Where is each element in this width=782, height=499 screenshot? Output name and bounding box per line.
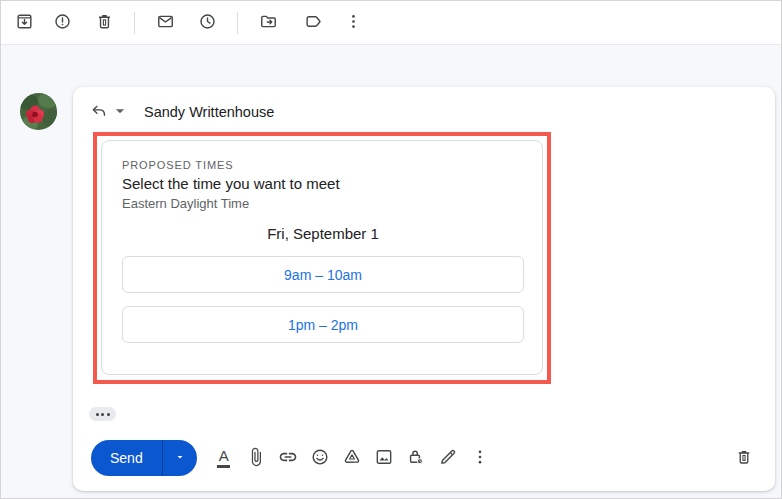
attach-files-icon [246, 447, 266, 470]
insert-signature-button[interactable] [435, 443, 461, 473]
proposed-times-title: Select the time you want to meet [122, 175, 524, 192]
confidential-mode-button[interactable] [403, 443, 429, 473]
snooze-button[interactable] [190, 6, 224, 40]
delete-button[interactable] [87, 6, 121, 40]
confidential-mode-icon [406, 447, 426, 470]
archive-button[interactable] [7, 6, 41, 40]
move-to-button[interactable] [251, 6, 285, 40]
message-toolbar [1, 1, 781, 45]
sender-avatar[interactable] [20, 93, 57, 130]
reply-icon [90, 102, 108, 123]
formatting-options-button[interactable]: A [211, 443, 237, 473]
compose-toolbar: Send A [91, 439, 759, 477]
insert-from-drive-button[interactable] [339, 443, 365, 473]
delete-icon [95, 12, 114, 34]
insert-signature-icon [438, 447, 458, 470]
report-spam-button[interactable] [45, 6, 79, 40]
more-options-button[interactable] [336, 6, 370, 40]
proposed-times-heading: PROPOSED TIMES [122, 159, 524, 171]
insert-photo-icon [374, 447, 394, 470]
proposed-times-timezone: Eastern Daylight Time [122, 196, 524, 211]
move-to-icon [259, 12, 278, 34]
labels-button[interactable] [296, 6, 330, 40]
highlight-annotation: PROPOSED TIMES Select the time you want … [93, 132, 551, 384]
send-options-button[interactable] [163, 440, 197, 476]
report-spam-icon [53, 12, 72, 34]
time-slot-button-1[interactable]: 9am – 10am [122, 256, 524, 293]
attach-files-button[interactable] [243, 443, 269, 473]
mark-unread-icon [156, 12, 175, 34]
compose-card: Sandy Writtenhouse PROPOSED TIMES Select… [73, 87, 775, 491]
gmail-reply-screen: Sandy Writtenhouse PROPOSED TIMES Select… [0, 0, 782, 499]
discard-draft-icon [735, 448, 753, 469]
toolbar-separator [237, 12, 238, 34]
insert-link-button[interactable] [275, 443, 301, 473]
more-options-icon [344, 12, 363, 34]
reply-type-button[interactable] [90, 102, 129, 123]
compose-format-icons: A [208, 443, 496, 473]
archive-icon [15, 12, 34, 34]
time-slot-button-2[interactable]: 1pm – 2pm [122, 306, 524, 343]
more-compose-options-button[interactable] [467, 443, 493, 473]
send-split-button: Send [91, 440, 197, 476]
labels-icon [304, 12, 323, 34]
more-horizontal-icon [96, 413, 99, 416]
discard-draft-button[interactable] [729, 443, 759, 473]
mark-unread-button[interactable] [148, 6, 182, 40]
show-trimmed-content-button[interactable] [89, 407, 116, 421]
compose-header: Sandy Writtenhouse [90, 101, 274, 123]
proposed-times-card: PROPOSED TIMES Select the time you want … [101, 140, 543, 375]
send-button[interactable]: Send [91, 440, 162, 476]
formatting-options-icon: A [217, 448, 230, 468]
insert-link-icon [278, 447, 298, 470]
recipient-name: Sandy Writtenhouse [144, 104, 274, 120]
chevron-down-icon [111, 102, 129, 123]
chevron-down-icon [174, 451, 186, 466]
more-options-icon [470, 447, 490, 470]
insert-from-drive-icon [342, 447, 362, 470]
toolbar-separator [134, 12, 135, 34]
insert-photo-button[interactable] [371, 443, 397, 473]
insert-emoji-button[interactable] [307, 443, 333, 473]
snooze-icon [198, 12, 217, 34]
insert-emoji-icon [310, 447, 330, 470]
proposed-times-date: Fri, September 1 [122, 225, 524, 242]
